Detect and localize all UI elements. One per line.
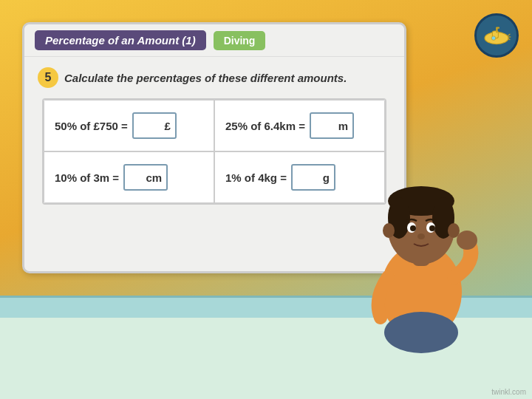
question-line: 5 Calculate the percentages of these dif… xyxy=(38,67,391,88)
svg-point-19 xyxy=(429,225,435,231)
problem-4-label: 1% of 4kg = xyxy=(225,171,287,184)
svg-point-18 xyxy=(410,225,416,231)
problem-1-unit: £ xyxy=(164,120,170,132)
svg-point-20 xyxy=(417,233,425,239)
problem-1-label: 50% of £750 = xyxy=(55,120,128,132)
submarine-icon xyxy=(474,13,519,58)
svg-rect-3 xyxy=(496,27,499,28)
svg-point-21 xyxy=(457,231,477,250)
problem-2-unit: m xyxy=(338,120,348,132)
problem-1-answer-box[interactable]: £ xyxy=(132,112,177,139)
diving-badge: Diving xyxy=(214,31,266,50)
character xyxy=(340,148,502,355)
svg-line-5 xyxy=(508,34,510,35)
problem-2-label: 25% of 6.4km = xyxy=(225,120,305,132)
problem-4-answer-box[interactable]: g xyxy=(291,164,335,191)
question-text: Calculate the percentages of these diffe… xyxy=(64,72,347,84)
problem-1: 50% of £750 = £ xyxy=(44,100,214,151)
svg-point-14 xyxy=(383,223,395,238)
watermark: twinkl.com xyxy=(491,388,526,396)
svg-point-22 xyxy=(384,312,458,353)
problem-2-answer-box[interactable]: m xyxy=(310,112,354,139)
problem-3-answer-box[interactable]: cm xyxy=(123,164,168,191)
problem-4-unit: g xyxy=(323,171,330,184)
svg-point-4 xyxy=(491,36,496,41)
problem-3: 10% of 3m = cm xyxy=(44,151,214,203)
problem-3-unit: cm xyxy=(146,171,162,184)
problems-grid: 50% of £750 = £ 25% of 6.4km = m 10% of … xyxy=(42,98,386,205)
title-badge: Percentage of an Amount (1) xyxy=(35,30,206,50)
problem-3-label: 10% of 3m = xyxy=(55,171,119,184)
question-number: 5 xyxy=(38,67,58,88)
header-bar: Percentage of an Amount (1) Diving xyxy=(24,24,404,57)
problem-2: 25% of 6.4km = m xyxy=(214,100,385,151)
